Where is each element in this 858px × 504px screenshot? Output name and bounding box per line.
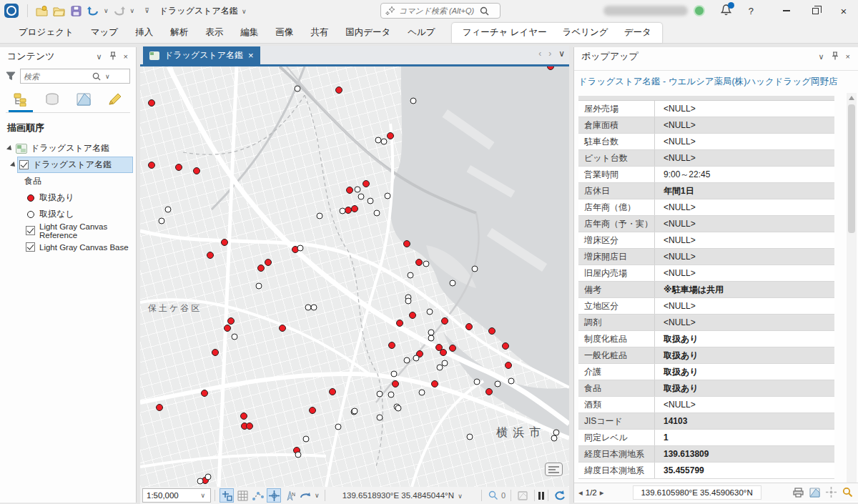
store-point-red[interactable] — [465, 323, 473, 330]
account-avatar[interactable] — [694, 5, 705, 16]
close-pane-icon[interactable]: × — [842, 52, 854, 61]
tree-item-layer-selected[interactable]: ドラッグストア名鑑 — [17, 157, 133, 173]
store-point-white[interactable] — [311, 305, 317, 311]
store-point-white[interactable] — [368, 198, 374, 204]
redo-dropdown-icon[interactable]: ∨ — [129, 7, 137, 14]
store-point-white[interactable] — [410, 98, 417, 104]
store-point-white[interactable] — [450, 280, 456, 287]
store-point-white[interactable] — [303, 436, 310, 443]
close-pane-icon[interactable]: × — [120, 52, 132, 61]
tree-item-basemap[interactable]: Light Gray Canvas Reference — [0, 222, 136, 239]
store-point-red[interactable] — [409, 312, 416, 319]
store-point-white[interactable] — [352, 408, 358, 415]
store-point-red[interactable] — [246, 423, 253, 430]
store-point-white[interactable] — [413, 355, 420, 362]
prev-feature-icon[interactable]: ◂ — [578, 488, 583, 498]
map-canvas[interactable]: 保土ケ谷区 横浜市 — [140, 66, 569, 487]
ribbon-tab-9[interactable]: 国内データ — [337, 22, 399, 43]
command-search-box[interactable] — [380, 3, 500, 19]
print-icon[interactable] — [793, 488, 804, 498]
store-point-red[interactable] — [415, 259, 423, 266]
pin-icon[interactable] — [828, 51, 842, 61]
store-point-white[interactable] — [404, 357, 410, 364]
store-point-white[interactable] — [355, 187, 361, 193]
store-point-white[interactable] — [232, 334, 238, 340]
map-view-tab[interactable]: ドラッグストア名鑑 × — [143, 46, 260, 64]
tab-drawing-order[interactable] — [9, 92, 33, 112]
store-point-red[interactable] — [351, 205, 358, 212]
pin-icon[interactable] — [106, 51, 120, 61]
store-point-red[interactable] — [240, 412, 247, 420]
store-point-red[interactable] — [396, 320, 403, 327]
store-point-white[interactable] — [428, 335, 435, 342]
store-point-red[interactable] — [403, 240, 410, 247]
store-point-white[interactable] — [297, 245, 304, 252]
quick-access-customize-icon[interactable]: ⊽ — [143, 7, 151, 14]
undo-dropdown-icon[interactable]: ∨ — [102, 7, 110, 14]
command-search-input[interactable] — [399, 6, 476, 15]
store-point-white[interactable] — [335, 424, 342, 430]
store-point-red[interactable] — [392, 380, 399, 387]
store-point-red[interactable] — [431, 380, 438, 387]
store-point-red[interactable] — [335, 87, 342, 94]
pane-menu-icon[interactable]: ∨ — [93, 52, 106, 61]
dynamic-constraints-toggle[interactable] — [251, 488, 265, 503]
contents-search-box[interactable]: ∨ — [20, 69, 130, 84]
ground-to-grid-toggle[interactable] — [267, 488, 281, 503]
popup-scrollbar[interactable] — [847, 93, 857, 483]
flash-location-icon[interactable] — [826, 487, 837, 498]
store-point-white[interactable] — [388, 392, 395, 398]
view-list-dropdown-icon[interactable]: ∨ — [558, 49, 565, 59]
store-point-red[interactable] — [488, 327, 495, 335]
ribbon-tab-1[interactable]: プロジェクト — [10, 22, 82, 43]
grid-toggle[interactable] — [235, 488, 250, 503]
store-point-red[interactable] — [148, 162, 155, 169]
scrollbar-thumb[interactable] — [848, 104, 855, 233]
next-view-icon[interactable]: › — [548, 49, 551, 59]
pane-menu-icon[interactable]: ∨ — [815, 52, 828, 61]
contents-search-input[interactable] — [24, 72, 89, 81]
ribbon-tab-3[interactable]: 挿入 — [127, 22, 162, 43]
store-point-red[interactable] — [148, 99, 155, 107]
store-point-white[interactable] — [495, 381, 501, 387]
tree-item-map[interactable]: ドラッグストア名鑑 — [0, 140, 136, 157]
ribbon-tab-7[interactable]: 画像 — [267, 22, 302, 43]
layer-visibility-checkbox[interactable] — [19, 160, 29, 169]
store-point-red[interactable] — [387, 132, 394, 139]
store-point-white[interactable] — [405, 298, 412, 305]
store-point-red[interactable] — [485, 388, 493, 395]
tab-data-source[interactable] — [40, 92, 64, 112]
attribution-icon[interactable] — [545, 463, 563, 476]
store-point-white[interactable] — [377, 391, 383, 397]
prev-view-icon[interactable]: ‹ — [538, 49, 541, 59]
contextual-tab-3[interactable]: データ — [616, 22, 659, 43]
new-project-button[interactable] — [34, 2, 49, 19]
collapse-icon[interactable] — [6, 145, 14, 152]
store-point-white[interactable] — [474, 379, 480, 385]
scale-select[interactable]: 1:50,000 ∨ — [142, 488, 211, 503]
restore-button[interactable] — [801, 0, 829, 21]
project-title[interactable]: ドラッグストア名鑑 ∨ — [159, 5, 248, 17]
ribbon-tab-10[interactable]: ヘルプ — [399, 22, 443, 43]
tab-selection[interactable] — [72, 92, 96, 112]
store-point-red[interactable] — [175, 164, 182, 171]
store-point-red[interactable] — [227, 317, 235, 325]
store-point-red[interactable] — [363, 180, 370, 187]
store-point-white[interactable] — [317, 213, 323, 219]
contextual-tab-1[interactable]: フィーチャ レイヤー — [455, 22, 555, 43]
store-point-red[interactable] — [449, 345, 456, 352]
account-name[interactable] — [603, 6, 688, 16]
filter-icon[interactable] — [6, 71, 16, 81]
zoom-to-icon[interactable] — [842, 487, 853, 498]
scroll-up-icon[interactable] — [849, 96, 854, 100]
store-point-red[interactable] — [279, 325, 286, 332]
close-view-icon[interactable]: × — [248, 50, 254, 61]
store-point-red[interactable] — [221, 239, 228, 246]
store-point-white[interactable] — [395, 405, 402, 412]
store-point-white[interactable] — [165, 207, 172, 213]
rotate-button[interactable] — [298, 488, 312, 503]
zoom-history-button[interactable] — [486, 488, 500, 503]
store-point-white[interactable] — [205, 474, 212, 480]
store-point-white[interactable] — [467, 434, 473, 440]
store-point-red[interactable] — [193, 167, 200, 174]
